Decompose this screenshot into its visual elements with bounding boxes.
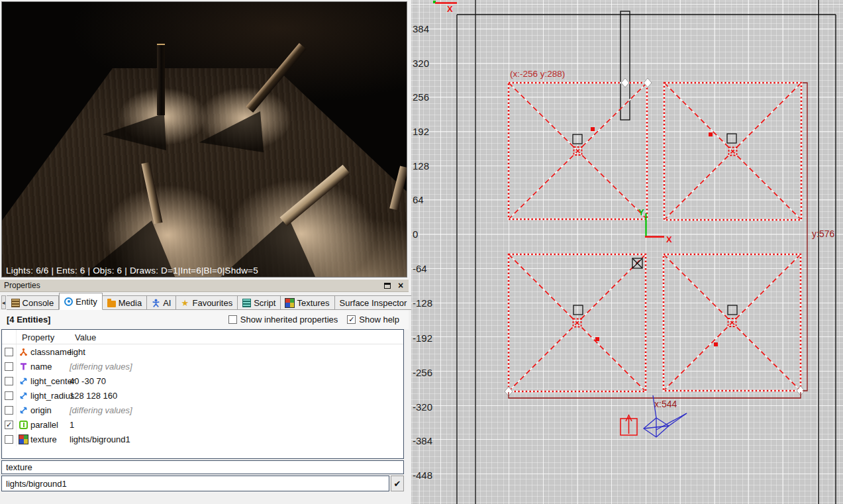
panel-title: Properties bbox=[4, 281, 382, 290]
float-panel-button[interactable] bbox=[382, 281, 393, 290]
row-checkbox[interactable] bbox=[5, 435, 13, 444]
text-icon bbox=[19, 362, 28, 371]
tab-surface-inspector[interactable]: Surface Inspector bbox=[335, 295, 413, 310]
float-icon bbox=[384, 283, 391, 289]
render-stats: Lights: 6/6 | Ents: 6 | Objs: 6 | Draws:… bbox=[6, 266, 258, 276]
tab-script[interactable]: Script bbox=[238, 295, 281, 310]
row-checkbox[interactable] bbox=[5, 377, 13, 385]
table-row-texture[interactable]: texture lights/biground1 bbox=[2, 432, 403, 446]
light-volume-top-left[interactable] bbox=[509, 83, 647, 219]
svg-text:-320: -320 bbox=[413, 401, 432, 413]
table-row-origin[interactable]: origin [differing values] bbox=[2, 403, 403, 417]
radius-handle[interactable] bbox=[714, 342, 718, 346]
table-row-classname[interactable]: classname light bbox=[2, 344, 403, 359]
table-row-parallel[interactable]: ✓ parallel 1 bbox=[2, 417, 403, 432]
entityclass-icon bbox=[19, 348, 28, 356]
tab-scroll-left-button[interactable]: ◂ bbox=[1, 295, 6, 309]
svg-text:-448: -448 bbox=[413, 470, 432, 481]
selected-entities-count: [4 Entities] bbox=[7, 315, 228, 325]
row-checkbox[interactable] bbox=[5, 406, 13, 415]
svg-text:-64: -64 bbox=[413, 263, 427, 274]
table-row-name[interactable]: name [differing values] bbox=[2, 359, 403, 374]
chevron-left-icon: ◂ bbox=[2, 299, 5, 306]
console-icon bbox=[11, 299, 20, 307]
funnel-marker bbox=[573, 305, 583, 315]
show-help-checkbox[interactable]: ✓ bbox=[347, 315, 356, 324]
close-panel-button[interactable]: × bbox=[395, 281, 406, 290]
check-icon: ✓ bbox=[348, 316, 354, 323]
star-icon: ★ bbox=[181, 299, 189, 307]
show-inherited-checkbox[interactable] bbox=[228, 315, 237, 324]
table-row-light-center[interactable]: light_center 40 -30 70 bbox=[2, 374, 403, 388]
column-property: Property bbox=[22, 332, 60, 342]
width-dimension-label: x:544 bbox=[654, 399, 677, 409]
svg-text:192: 192 bbox=[413, 126, 429, 137]
height-dimension-label: y:576 bbox=[812, 228, 834, 239]
tab-console[interactable]: Console bbox=[7, 295, 60, 310]
radius-handle[interactable] bbox=[709, 132, 713, 136]
texture-icon bbox=[19, 435, 28, 444]
row-checkbox[interactable]: ✓ bbox=[5, 421, 13, 429]
script-icon bbox=[242, 299, 251, 307]
check-icon: ✓ bbox=[6, 421, 12, 428]
tab-textures[interactable]: Textures bbox=[281, 295, 334, 310]
entity-icon bbox=[64, 297, 73, 306]
table-row-light-radius[interactable]: light_radius 128 128 160 bbox=[2, 388, 403, 403]
light-volume-bottom-left[interactable] bbox=[509, 254, 646, 391]
ai-person-icon bbox=[152, 299, 160, 307]
player-start-entity[interactable] bbox=[620, 415, 637, 435]
brush-beam[interactable] bbox=[157, 44, 165, 115]
table-header-row: Property Value bbox=[2, 330, 403, 344]
svg-text:-192: -192 bbox=[413, 332, 432, 344]
camera-3d-view[interactable]: Lights: 6/6 | Ents: 6 | Objs: 6 | Draws:… bbox=[1, 1, 407, 277]
ortho-canvas: 384 320 256 192 128 64 0 -64 -128 -192 -… bbox=[411, 0, 843, 504]
radius-handle[interactable] bbox=[591, 127, 595, 131]
property-value-input[interactable] bbox=[1, 476, 389, 491]
tab-favourites[interactable]: ★ Favourites bbox=[176, 295, 238, 310]
selected-vertex-marker[interactable] bbox=[632, 258, 642, 268]
light-volume-bottom-right[interactable] bbox=[664, 254, 801, 391]
funnel-marker bbox=[727, 134, 736, 143]
selection-coords-label: (x:-256 y:288) bbox=[510, 69, 565, 79]
show-inherited-toggle[interactable]: Show inherited properties bbox=[228, 315, 338, 325]
y-axis-label: Y bbox=[638, 207, 644, 217]
apply-value-button[interactable]: ✔ bbox=[391, 476, 404, 491]
tab-media[interactable]: Media bbox=[103, 295, 147, 310]
tab-ai[interactable]: AI bbox=[147, 295, 176, 310]
check-icon: ✔ bbox=[394, 479, 401, 489]
light-volume-top-right[interactable] bbox=[664, 83, 801, 220]
textures-icon bbox=[285, 299, 294, 307]
top-axes-gizmo: X bbox=[433, 1, 457, 14]
x-axis-label: X bbox=[447, 4, 453, 14]
row-checkbox[interactable] bbox=[5, 348, 13, 356]
dark-radiant-window: Lights: 6/6 | Ents: 6 | Objs: 6 | Draws:… bbox=[0, 0, 843, 504]
tab-entity[interactable]: Entity bbox=[59, 293, 103, 310]
svg-text:-384: -384 bbox=[413, 435, 432, 446]
entity-selection-header: [4 Entities] Show inherited properties ✓… bbox=[0, 310, 409, 329]
vector3-icon bbox=[19, 377, 28, 385]
radius-handle[interactable] bbox=[595, 337, 599, 341]
properties-tabbar: ◂ Console Entity Media AI ★ Favourites S… bbox=[0, 293, 409, 310]
entity-properties-table[interactable]: Property Value classname light name [dif… bbox=[1, 329, 404, 459]
x-axis-label: X bbox=[666, 234, 672, 244]
vector3-icon bbox=[19, 391, 28, 400]
row-checkbox[interactable] bbox=[5, 362, 13, 371]
funnel-marker bbox=[728, 305, 737, 315]
svg-text:128: 128 bbox=[413, 160, 429, 172]
svg-text:64: 64 bbox=[413, 194, 424, 205]
svg-text:320: 320 bbox=[413, 58, 429, 69]
origin-axes-gizmo: Y X bbox=[638, 207, 672, 244]
svg-text:-256: -256 bbox=[413, 367, 432, 378]
row-checkbox[interactable] bbox=[5, 391, 13, 400]
svg-text:0: 0 bbox=[413, 228, 418, 240]
properties-titlebar: Properties × bbox=[0, 279, 409, 292]
boolean-icon bbox=[19, 421, 28, 429]
svg-text:256: 256 bbox=[413, 91, 429, 103]
orthographic-2d-view[interactable]: 384 320 256 192 128 64 0 -64 -128 -192 -… bbox=[411, 0, 843, 504]
camera-viewport-frame: Lights: 6/6 | Ents: 6 | Objs: 6 | Draws:… bbox=[0, 0, 409, 279]
vertical-ruler: 384 320 256 192 128 64 0 -64 -128 -192 -… bbox=[413, 23, 432, 481]
column-value: Value bbox=[75, 332, 96, 342]
property-key-input[interactable] bbox=[1, 460, 404, 474]
vector3-icon bbox=[19, 406, 28, 415]
show-help-toggle[interactable]: ✓ Show help bbox=[347, 315, 399, 325]
